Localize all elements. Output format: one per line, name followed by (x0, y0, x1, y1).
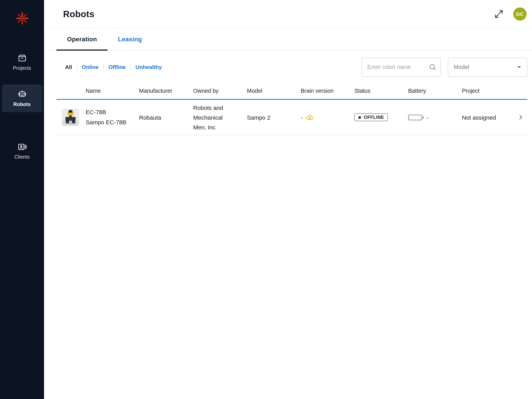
status-label: OFFLINE (364, 115, 384, 120)
status-cell: OFFLINE (355, 113, 408, 121)
column-header-manufacturer: Manufacturer (139, 83, 193, 99)
sidebar-item-label: Projects (13, 65, 31, 71)
column-header-name: Name (57, 83, 139, 99)
robot-name: EC-78B Sampo EC-78B (86, 107, 126, 127)
topbar: Robots DC (44, 0, 532, 28)
sidebar-item-label: Robots (13, 102, 31, 107)
page-title: Robots (63, 9, 95, 19)
column-header-brain-version: Brain version (301, 83, 355, 99)
column-header-status: Status (355, 83, 408, 99)
open-in-full-icon (494, 9, 504, 19)
tab-leasing[interactable]: Leasing (108, 28, 152, 50)
search-icon[interactable] (428, 63, 437, 71)
tab-label: Operation (67, 36, 97, 43)
battery-icon (408, 114, 422, 120)
row-actions-cell (517, 114, 527, 121)
sidebar: Projects Robots (0, 0, 44, 399)
chevron-down-icon (514, 62, 524, 72)
sidebar-item-label: Clients (14, 154, 30, 160)
sidebar-item-clients[interactable]: Clients (0, 137, 44, 165)
robot-thumbnail (62, 109, 79, 126)
column-header-battery: Battery (408, 83, 462, 99)
tab-bar: Operation Leasing (44, 28, 532, 51)
owned-by-cell: Robots and Mechanical Men, Inc (193, 103, 247, 132)
column-header-project: Project (462, 83, 517, 99)
filter-chip-offline[interactable]: Offline (104, 64, 130, 70)
user-avatar[interactable]: DC (513, 7, 526, 21)
table-header-row: Name Manufacturer Owned by Model Brain v… (57, 83, 527, 100)
status-dot-icon (358, 116, 361, 119)
main-area: Robots DC Operation Leasing All (44, 0, 532, 399)
status-filter-chips: All Online Offline Unhealthy (57, 64, 166, 71)
filter-chip-all[interactable]: All (62, 64, 77, 70)
battery-value: - (426, 114, 428, 121)
company-logo[interactable] (0, 0, 44, 29)
column-header-model: Model (247, 83, 301, 99)
battery-cell: - (408, 114, 462, 121)
fullscreen-button[interactable] (494, 9, 504, 19)
filter-chip-online[interactable]: Online (77, 64, 103, 70)
search-box (361, 58, 441, 77)
robot-icon (17, 90, 27, 99)
column-header-owned-by: Owned by (193, 83, 247, 99)
screen: Projects Robots (0, 0, 532, 399)
app-window: Projects Robots (0, 0, 532, 399)
logo-star-icon (14, 10, 30, 26)
cloud-sync-icon (306, 113, 314, 121)
topbar-actions: DC (494, 7, 528, 21)
sidebar-nav: Projects Robots (0, 48, 44, 165)
projects-box-icon (17, 53, 27, 63)
table-row[interactable]: EC-78B Sampo EC-78B Robauta Robots and M… (57, 100, 527, 135)
filter-row: All Online Offline Unhealthy (57, 57, 527, 77)
name-cell: EC-78B Sampo EC-78B (57, 107, 139, 127)
robot-name-line1: EC-78B (86, 107, 126, 117)
status-badge: OFFLINE (355, 114, 388, 121)
model-select-label: Model (454, 64, 514, 70)
robot-name-line2: Sampo EC-78B (86, 117, 126, 127)
column-header-actions (517, 86, 527, 96)
filter-chip-unhealthy[interactable]: Unhealthy (131, 64, 166, 70)
chevron-right-icon[interactable] (517, 114, 524, 121)
model-cell: Sampo 2 (247, 114, 301, 121)
sidebar-item-robots[interactable]: Robots (2, 84, 42, 112)
model-select[interactable]: Model (448, 58, 527, 77)
project-cell: Not assigned (462, 114, 517, 121)
clients-card-icon (17, 142, 27, 152)
sidebar-item-projects[interactable]: Projects (0, 48, 44, 76)
tab-label: Leasing (118, 36, 142, 43)
brain-version-cell: - (301, 113, 355, 121)
filter-controls: Model (361, 58, 527, 77)
tab-operation[interactable]: Operation (57, 28, 108, 50)
brain-version-value: - (301, 114, 303, 121)
owned-by-text: Robots and Mechanical Men, Inc (193, 103, 232, 132)
manufacturer-cell: Robauta (139, 114, 193, 121)
robots-table: Name Manufacturer Owned by Model Brain v… (57, 83, 527, 135)
